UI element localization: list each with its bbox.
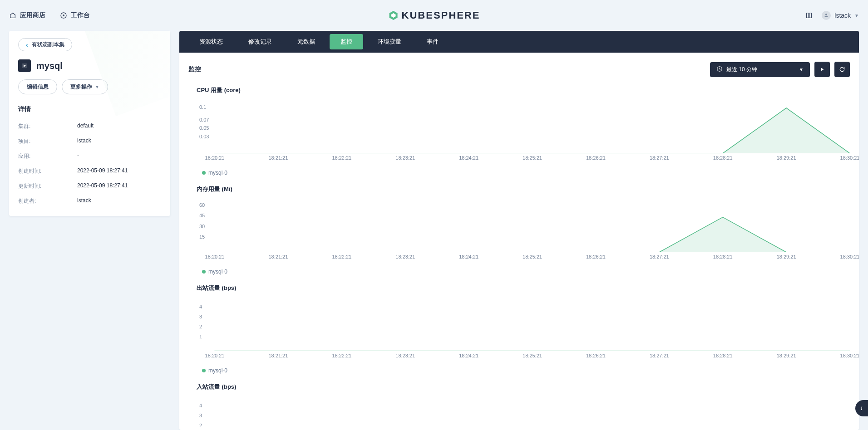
nav-workbench-label: 工作台 [71,11,90,20]
x-tick: 18:30:21 [840,155,859,161]
x-tick: 18:27:21 [650,155,669,161]
x-tick: 18:28:21 [713,254,733,259]
tab-revision[interactable]: 修改记录 [237,34,283,49]
resource-name: mysql [36,61,63,71]
tab-metadata[interactable]: 元数据 [286,34,326,49]
time-range-label: 最近 10 分钟 [726,66,757,73]
nav-appstore-label: 应用商店 [20,11,45,20]
back-label: 有状态副本集 [32,41,64,49]
detail-row: 创建者:lstack [18,194,161,209]
chart-1: 内存用量 (Mi)1530456018:20:2118:21:2118:22:2… [188,185,850,275]
chart-title: CPU 用量 (core) [197,86,850,94]
x-tick: 18:26:21 [586,254,606,259]
x-tick: 18:29:21 [777,254,796,259]
monitoring-panel: 监控 最近 10 分钟 ▼ [179,53,859,430]
detail-row: 项目:lstack [18,134,161,149]
detail-value: - [77,152,79,160]
y-tick: 0.03 [199,134,209,139]
x-tick: 18:20:21 [205,155,225,161]
y-tick: 0.07 [199,117,209,122]
detail-label: 集群: [18,122,77,130]
detail-value: 2022-05-09 18:27:41 [77,167,128,175]
y-tick: 1 [199,334,202,339]
x-tick: 18:26:21 [586,353,606,358]
refresh-button[interactable] [834,62,850,77]
caret-down-icon: ▼ [95,84,99,89]
x-tick: 18:27:21 [650,353,669,358]
svg-point-2 [825,14,827,15]
x-tick: 18:20:21 [205,353,225,358]
x-axis: 18:20:2118:21:2118:22:2118:23:2118:24:21… [215,254,850,262]
statefulset-icon [18,59,31,72]
more-ops-button[interactable]: 更多操作 ▼ [62,79,108,94]
chart-title: 内存用量 (Mi) [197,185,850,193]
legend-label: mysql-0 [208,367,227,374]
x-tick: 18:23:21 [395,254,415,259]
time-range-select[interactable]: 最近 10 分钟 ▼ [710,62,810,77]
x-tick: 18:30:21 [840,254,859,259]
chart-plot: 1234 [197,297,850,351]
detail-label: 创建时间: [18,167,77,175]
y-tick: 0.1 [199,104,206,110]
tab-events[interactable]: 事件 [416,34,449,49]
x-tick: 18:22:21 [332,155,351,161]
detail-value: default [77,122,94,130]
user-menu[interactable]: lstack ▼ [822,11,859,20]
y-tick: 30 [199,224,205,229]
chart-2: 出站流量 (bps)123418:20:2118:21:2118:22:2118… [188,284,850,374]
kubesphere-icon [388,10,399,21]
x-tick: 18:22:21 [332,254,351,259]
brand-logo: KUBESPHERE [388,10,480,21]
back-breadcrumb[interactable]: ‹ 有状态副本集 [18,38,72,51]
appstore-icon [9,12,16,19]
play-button[interactable] [814,62,830,77]
chart-title: 出站流量 (bps) [197,284,850,292]
x-tick: 18:24:21 [459,254,478,259]
tab-resource[interactable]: 资源状态 [188,34,234,49]
x-axis: 18:20:2118:21:2118:22:2118:23:2118:24:21… [215,353,850,361]
x-tick: 18:21:21 [268,155,288,161]
y-tick: 45 [199,213,205,218]
chart-plot: 1234 [197,396,850,430]
clock-icon [716,66,723,73]
tab-monitoring[interactable]: 监控 [330,34,363,49]
legend-dot-icon [202,270,206,274]
edit-info-button[interactable]: 编辑信息 [18,79,57,94]
nav-workbench[interactable]: 工作台 [60,11,90,20]
x-tick: 18:29:21 [777,155,796,161]
tab-env[interactable]: 环境变量 [367,34,412,49]
detail-row: 集群:default [18,119,161,134]
x-tick: 18:27:21 [650,254,669,259]
chevron-left-icon: ‹ [26,42,28,48]
x-tick: 18:20:21 [205,254,225,259]
y-tick: 2 [199,324,202,329]
x-tick: 18:21:21 [268,254,288,259]
nav-appstore[interactable]: 应用商店 [9,11,45,20]
detail-label: 应用: [18,152,77,160]
detail-label: 项目: [18,137,77,145]
docs-icon[interactable] [805,12,813,19]
x-tick: 18:28:21 [713,353,733,358]
details-heading: 详情 [18,105,161,113]
y-tick: 3 [199,314,202,319]
x-tick: 18:26:21 [586,155,606,161]
caret-down-icon: ▼ [854,13,859,18]
y-tick: 4 [199,304,202,309]
brand-text: KUBESPHERE [402,10,480,21]
detail-label: 更新时间: [18,182,77,190]
x-tick: 18:23:21 [395,353,415,358]
y-tick: 60 [199,202,205,208]
svg-point-1 [63,15,64,16]
chart-legend: mysql-0 [202,269,850,275]
y-tick: 0.05 [199,125,209,131]
panel-title: 监控 [188,65,201,73]
y-tick: 2 [199,423,202,428]
caret-down-icon: ▼ [799,67,804,72]
x-tick: 18:30:21 [840,353,859,358]
x-tick: 18:24:21 [459,155,478,161]
detail-row: 创建时间:2022-05-09 18:27:41 [18,164,161,179]
legend-dot-icon [202,171,206,175]
chart-plot: 0.030.050.070.1 [197,99,850,153]
help-float-button[interactable]: i [855,400,868,416]
detail-label: 创建者: [18,197,77,205]
